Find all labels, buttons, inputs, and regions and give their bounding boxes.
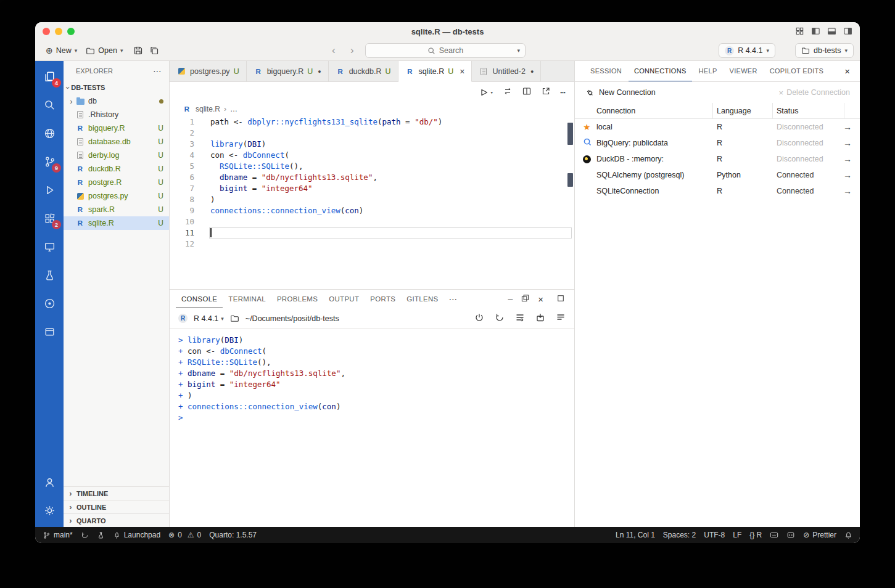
code-line-10[interactable]: 10	[170, 216, 572, 227]
zoom-window-button[interactable]	[67, 28, 75, 35]
notifications-bell-icon[interactable]	[844, 531, 852, 539]
tab-sqlite.r[interactable]: Rsqlite.RU×	[398, 61, 472, 82]
source-control-icon[interactable]: 9	[35, 147, 64, 176]
panel-tab-terminal[interactable]: TERMINAL	[223, 290, 271, 308]
tree-item-postgres.py[interactable]: postgres.pyU	[64, 189, 169, 203]
explorer-icon[interactable]: 4	[35, 62, 64, 91]
help-icon[interactable]	[35, 289, 64, 317]
cursor-position[interactable]: Ln 11, Col 1	[616, 531, 655, 539]
eol-status[interactable]: LF	[733, 531, 741, 539]
editor[interactable]: ▾ ⋯ R sqlite.R › … 1path <- dbplyr::nycf…	[170, 82, 574, 289]
open-connection-icon[interactable]: →	[835, 138, 860, 148]
connection-row-sqlalchemy-postgresql-[interactable]: SQLAlchemy (postgresql)PythonConnected→	[575, 167, 860, 183]
open-external-icon[interactable]	[541, 86, 551, 99]
experiments-button[interactable]	[97, 531, 105, 539]
tree-item-database.db[interactable]: database.dbU	[64, 135, 169, 149]
scrollbar-mark[interactable]	[567, 173, 573, 187]
connection-row-duckdb-memory-[interactable]: DuckDB - :memory:RDisconnected→	[575, 151, 860, 167]
run-button[interactable]: ▾	[479, 88, 493, 97]
console-output[interactable]: > library(DBI)+ con <- dbConnect(+ RSQLi…	[170, 329, 574, 527]
project-selector[interactable]: db-tests ▾	[795, 43, 854, 58]
sync-button[interactable]	[81, 531, 89, 539]
code-line-9[interactable]: 9connections::connection_view(con)	[170, 205, 572, 216]
search-icon[interactable]	[35, 91, 64, 119]
search-input[interactable]: Search ▾	[365, 43, 526, 58]
restart-icon[interactable]	[495, 312, 505, 324]
interpreter-selector[interactable]: R R 4.4.1 ▾	[719, 43, 775, 58]
code-line-2[interactable]: 2	[170, 128, 572, 139]
customize-layout-icon[interactable]	[795, 27, 804, 36]
code-line-12[interactable]: 12	[170, 239, 572, 250]
forward-icon[interactable]: ›	[350, 44, 354, 57]
tab-bigquery.r[interactable]: Rbigquery.RU●	[247, 61, 329, 81]
new-button[interactable]: ⊕ New ▾	[41, 44, 81, 57]
tab-viewer[interactable]: VIEWER	[724, 61, 763, 81]
open-connection-icon[interactable]: →	[835, 186, 860, 196]
code-line-7[interactable]: 7 bigint = "integer64"	[170, 183, 572, 194]
open-connection-icon[interactable]: →	[835, 154, 860, 164]
open-connection-icon[interactable]: →	[835, 170, 860, 180]
new-connection-button[interactable]: New Connection	[585, 88, 656, 97]
close-window-button[interactable]	[43, 28, 50, 35]
quarto-version[interactable]: Quarto: 1.5.57	[209, 531, 257, 539]
sidebar-section-timeline[interactable]: ›TIMELINE	[64, 486, 169, 500]
workspace-root[interactable]: › DB-TESTS	[64, 81, 169, 94]
interrupt-icon[interactable]	[515, 312, 525, 324]
encoding-status[interactable]: UTF-8	[704, 531, 725, 539]
tree-item-duckdb.r[interactable]: Rduckdb.RU	[64, 162, 169, 176]
open-button[interactable]: Open ▾	[81, 44, 127, 57]
tree-item-bigquery.r[interactable]: Rbigquery.RU	[64, 121, 169, 135]
open-connection-icon[interactable]: →	[835, 122, 860, 132]
delete-connection-button[interactable]: × Delete Connection	[779, 88, 850, 97]
more-actions-icon[interactable]: ⋯	[153, 66, 162, 76]
shutdown-icon[interactable]	[474, 312, 484, 324]
panel-tab-gitlens[interactable]: GITLENS	[401, 290, 443, 308]
scrollbar-mark[interactable]	[567, 123, 573, 145]
panel-tab-console[interactable]: CONSOLE	[176, 290, 223, 308]
copilot-icon[interactable]	[786, 531, 795, 539]
source-file-icon[interactable]	[503, 86, 513, 99]
working-directory[interactable]: ~/Documents/posit/db-tests	[245, 314, 339, 323]
save-button[interactable]	[133, 46, 143, 55]
tab-duckdb.r[interactable]: Rduckdb.RU	[329, 61, 398, 81]
export-console-icon[interactable]	[535, 312, 545, 324]
close-tab-icon[interactable]: ×	[460, 67, 464, 76]
connection-row-sqliteconnection[interactable]: SQLiteConnectionRConnected→	[575, 183, 860, 199]
tab-connections[interactable]: CONNECTIONS	[629, 61, 692, 81]
sidebar-section-quarto[interactable]: ›QUARTO	[64, 513, 169, 527]
save-all-button[interactable]	[149, 46, 159, 55]
remote-explorer-icon[interactable]	[35, 232, 64, 261]
split-editor-icon[interactable]	[522, 86, 532, 99]
panel-tab-problems[interactable]: PROBLEMS	[271, 290, 323, 308]
language-mode[interactable]: {} R	[749, 531, 762, 539]
tab-untitled-2[interactable]: Untitled-2●	[472, 61, 541, 81]
launchpad-button[interactable]: Launchpad	[113, 531, 160, 539]
breadcrumb[interactable]: R sqlite.R › …	[182, 104, 237, 114]
code-line-6[interactable]: 6 dbname = "db/nycflights13.sqlite",	[170, 172, 572, 183]
connection-row-local[interactable]: ★localRDisconnected→	[575, 119, 860, 135]
more-tabs-icon[interactable]: ⋯	[444, 290, 463, 308]
run-debug-icon[interactable]	[35, 176, 64, 204]
restore-panel-icon[interactable]	[521, 293, 529, 304]
code-line-5[interactable]: 5 RSQLite::SQLite(),	[170, 161, 572, 172]
close-panel-icon[interactable]: ×	[839, 61, 855, 81]
connection-row-bigquery-publicdata[interactable]: BigQuery: publicdataRDisconnected→	[575, 135, 860, 151]
minimize-panel-icon[interactable]: –	[508, 294, 513, 304]
toggle-secondary-sidebar-icon[interactable]	[843, 27, 852, 36]
panel-tab-ports[interactable]: PORTS	[365, 290, 401, 308]
code-line-3[interactable]: 3library(DBI)	[170, 139, 572, 150]
close-panel-icon[interactable]: ×	[538, 294, 543, 304]
tree-item-spark.r[interactable]: Rspark.RU	[64, 203, 169, 216]
problems-status[interactable]: ⊗ 0 ⚠ 0	[168, 531, 201, 539]
console-session-selector[interactable]: R 4.4.1 ▾	[194, 314, 224, 323]
tab-postgres.py[interactable]: postgres.pyU	[170, 61, 247, 81]
code-line-11[interactable]: 11	[170, 227, 572, 239]
back-icon[interactable]: ‹	[332, 44, 336, 57]
more-actions-icon[interactable]: ⋯	[560, 87, 566, 98]
remote-window-icon[interactable]	[35, 317, 64, 346]
tab-session[interactable]: SESSION	[585, 61, 627, 81]
testing-icon[interactable]	[35, 261, 64, 289]
tab-copilot-edits[interactable]: COPILOT EDITS	[764, 61, 829, 81]
account-icon[interactable]	[35, 468, 64, 496]
indentation-status[interactable]: Spaces: 2	[663, 531, 696, 539]
